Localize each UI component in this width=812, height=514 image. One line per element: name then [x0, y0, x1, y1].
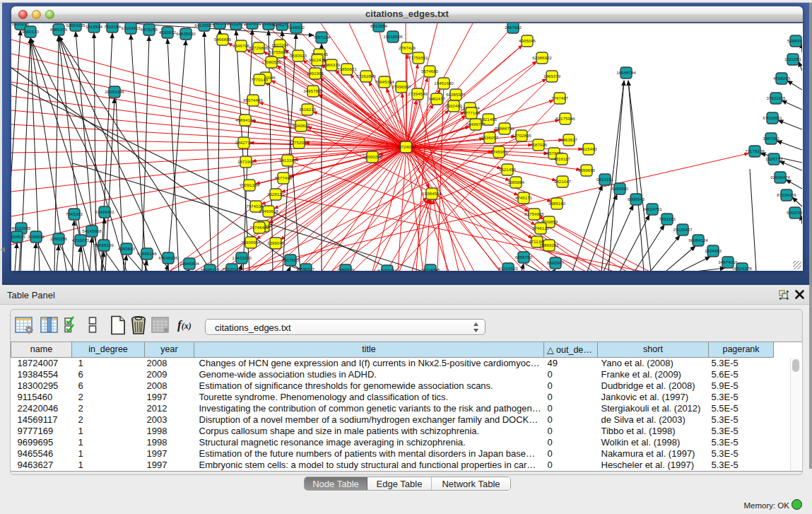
- svg-text:6998543: 6998543: [628, 197, 645, 201]
- svg-text:6690967: 6690967: [547, 260, 565, 265]
- svg-text:34957885: 34957885: [303, 88, 323, 93]
- svg-text:82175946: 82175946: [555, 116, 575, 121]
- svg-text:2260256: 2260256: [50, 236, 68, 241]
- svg-text:18724007: 18724007: [396, 144, 416, 149]
- svg-text:9912419: 9912419: [309, 57, 326, 62]
- svg-text:55886753: 55886753: [495, 126, 514, 131]
- svg-text:1031051: 1031051: [784, 57, 802, 62]
- svg-text:6204505: 6204505: [11, 234, 26, 239]
- svg-text:1969379: 1969379: [543, 74, 561, 78]
- svg-text:3285884: 3285884: [507, 180, 525, 185]
- svg-text:34714345: 34714345: [420, 267, 440, 271]
- svg-text:7816184: 7816184: [104, 24, 122, 29]
- svg-text:3518233: 3518233: [299, 107, 317, 112]
- svg-text:37631165: 37631165: [766, 95, 786, 100]
- svg-text:13493618: 13493618: [259, 209, 278, 214]
- svg-text:17080531: 17080531: [261, 59, 281, 64]
- svg-text:4316117: 4316117: [553, 156, 570, 161]
- svg-text:54145868: 54145868: [82, 228, 102, 233]
- svg-text:25135427: 25135427: [673, 227, 693, 232]
- svg-text:77752047: 77752047: [289, 140, 309, 145]
- svg-text:80112805: 80112805: [11, 226, 31, 230]
- svg-text:98084124: 98084124: [688, 238, 708, 243]
- svg-text:71906594: 71906594: [241, 240, 261, 245]
- svg-text:4192832: 4192832: [159, 30, 177, 35]
- svg-text:9821465: 9821465: [480, 117, 498, 122]
- svg-text:49894134: 49894134: [235, 117, 255, 122]
- svg-text:3482477: 3482477: [428, 96, 446, 101]
- svg-text:7991183: 7991183: [659, 216, 676, 221]
- svg-text:9463627: 9463627: [560, 137, 578, 142]
- svg-text:3387262: 3387262: [763, 136, 780, 141]
- svg-text:19384554: 19384554: [422, 191, 442, 196]
- svg-text:1745961: 1745961: [490, 149, 508, 154]
- svg-text:9521456: 9521456: [499, 167, 517, 172]
- svg-text:1671902: 1671902: [237, 159, 255, 164]
- svg-text:34874016: 34874016: [718, 259, 738, 264]
- svg-text:7770143: 7770143: [251, 77, 269, 82]
- svg-text:8708317: 8708317: [298, 267, 315, 271]
- svg-text:55698169: 55698169: [94, 243, 114, 247]
- svg-text:19218506: 19218506: [383, 34, 403, 39]
- svg-text:37996507: 37996507: [392, 84, 411, 89]
- svg-text:7346706: 7346706: [233, 43, 250, 48]
- svg-text:85574443: 85574443: [243, 98, 263, 103]
- svg-text:4745171: 4745171: [515, 195, 533, 200]
- svg-text:1746120: 1746120: [532, 226, 550, 230]
- svg-text:13433200: 13433200: [232, 255, 252, 260]
- svg-text:16648784: 16648784: [616, 70, 636, 75]
- svg-text:1615594: 1615594: [86, 24, 103, 29]
- svg-text:20053346: 20053346: [105, 89, 124, 94]
- svg-text:9421047: 9421047: [554, 179, 572, 184]
- svg-text:64835030: 64835030: [176, 31, 196, 36]
- svg-text:34624751: 34624751: [642, 206, 662, 211]
- svg-text:87277434: 87277434: [377, 268, 397, 271]
- svg-text:7857224: 7857224: [313, 35, 331, 40]
- svg-text:67010651: 67010651: [763, 115, 782, 120]
- svg-text:0842710: 0842710: [235, 140, 253, 145]
- svg-text:76945314: 76945314: [375, 79, 394, 84]
- svg-text:9636057: 9636057: [481, 135, 499, 140]
- svg-text:57262849: 57262849: [356, 74, 376, 78]
- svg-text:02606474: 02606474: [770, 175, 790, 180]
- svg-text:9777169: 9777169: [463, 110, 481, 115]
- svg-text:4738299: 4738299: [773, 76, 791, 81]
- svg-text:27354549: 27354549: [408, 91, 428, 96]
- svg-text:87234309: 87234309: [777, 192, 796, 197]
- svg-text:5009788: 5009788: [787, 210, 802, 215]
- svg-text:93103413: 93103413: [121, 25, 141, 30]
- svg-text:8677496: 8677496: [275, 175, 293, 180]
- svg-text:9413186: 9413186: [279, 158, 297, 163]
- svg-text:18300295: 18300295: [363, 154, 382, 159]
- svg-text:65648236: 65648236: [158, 255, 178, 260]
- svg-text:75869261: 75869261: [539, 243, 559, 247]
- svg-text:02654235: 02654235: [66, 23, 86, 28]
- svg-text:71746488: 71746488: [249, 225, 269, 230]
- svg-text:0330923: 0330923: [290, 53, 307, 58]
- svg-text:8148932: 8148932: [288, 25, 305, 30]
- svg-text:81754965: 81754965: [524, 211, 544, 216]
- svg-text:5674680: 5674680: [421, 69, 439, 74]
- svg-text:2328120: 2328120: [267, 192, 285, 197]
- svg-text:3685160: 3685160: [548, 201, 566, 206]
- svg-text:1824493: 1824493: [705, 248, 722, 253]
- svg-text:6475255: 6475255: [141, 27, 158, 32]
- svg-text:1326773: 1326773: [765, 156, 783, 161]
- svg-text:6658760: 6658760: [515, 255, 533, 259]
- svg-text:5466889: 5466889: [214, 37, 232, 42]
- svg-text:2787429: 2787429: [399, 45, 416, 50]
- svg-text:3747407: 3747407: [551, 95, 569, 100]
- svg-text:62386922: 62386922: [532, 55, 552, 60]
- svg-text:2887682: 2887682: [505, 25, 522, 30]
- svg-text:0812191: 0812191: [596, 177, 614, 182]
- svg-text:5098393: 5098393: [787, 38, 802, 43]
- svg-text:3158692: 3158692: [28, 234, 45, 239]
- svg-text:01429401: 01429401: [95, 209, 114, 214]
- svg-text:6193990: 6193990: [611, 186, 629, 191]
- svg-text:4060883: 4060883: [118, 246, 136, 251]
- svg-text:62702895: 62702895: [512, 133, 531, 138]
- svg-text:71756551: 71756551: [408, 55, 428, 60]
- svg-text:36995777: 36995777: [200, 267, 220, 271]
- svg-text:7543303: 7543303: [66, 211, 83, 216]
- svg-text:8386379: 8386379: [50, 27, 68, 32]
